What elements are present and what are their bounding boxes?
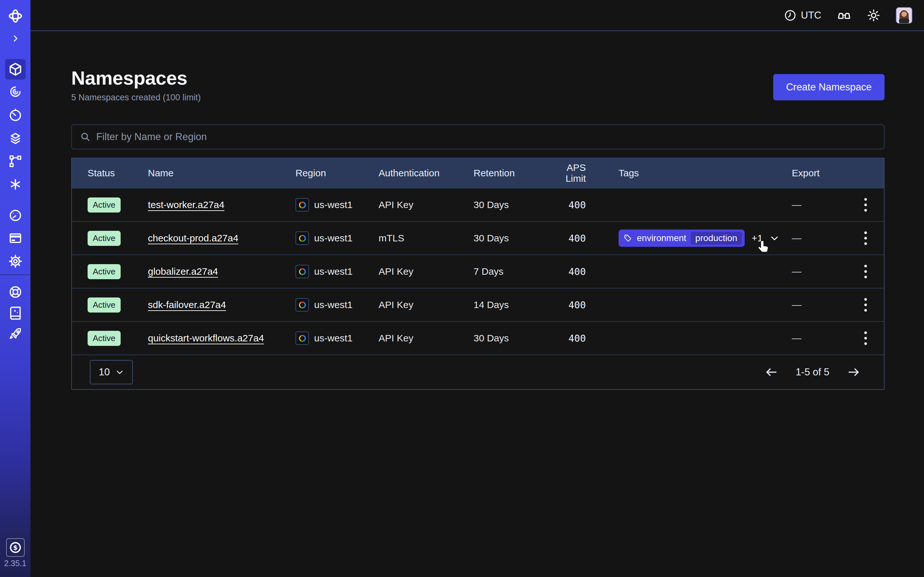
asterisk-icon bbox=[8, 177, 23, 191]
table-row: Active quickstart-workflows.a27a4 us-wes… bbox=[72, 321, 884, 355]
chevron-right-icon bbox=[11, 34, 20, 43]
export-cell: — bbox=[792, 233, 855, 243]
branch-icon bbox=[8, 154, 23, 168]
rocket-icon bbox=[8, 327, 23, 342]
sidebar-item-workflows[interactable] bbox=[5, 81, 26, 102]
retention-cell: 7 Days bbox=[473, 266, 548, 277]
export-cell: — bbox=[792, 333, 855, 343]
column-header-status: Status bbox=[87, 168, 148, 179]
status-badge: Active bbox=[87, 264, 121, 279]
sidebar-item-deployments[interactable] bbox=[5, 128, 26, 149]
tags-expand-chevron-icon[interactable] bbox=[770, 234, 779, 243]
namespace-link[interactable]: globalizer.a27a4 bbox=[148, 266, 218, 277]
gauge-icon bbox=[8, 208, 23, 222]
sidebar-item-support[interactable] bbox=[5, 282, 26, 302]
temporal-logo-icon bbox=[7, 8, 24, 24]
region-cell: us-west1 bbox=[296, 332, 379, 345]
name-cell: globalizer.a27a4 bbox=[148, 266, 296, 277]
namespace-link[interactable]: quickstart-workflows.a27a4 bbox=[148, 333, 264, 343]
sidebar-item-billing[interactable] bbox=[5, 228, 26, 248]
filter-input[interactable] bbox=[96, 131, 876, 143]
sidebar-item-settings[interactable] bbox=[5, 251, 26, 271]
tag-pill[interactable]: environment production bbox=[619, 229, 745, 247]
page-size-select[interactable]: 10 bbox=[90, 360, 133, 384]
svg-text:$: $ bbox=[13, 544, 18, 551]
aps-limit-cell: 400 bbox=[548, 266, 619, 277]
row-menu-button[interactable] bbox=[857, 327, 874, 350]
namespace-link[interactable]: checkout-prod.a27a4 bbox=[148, 233, 238, 243]
sidebar-item-docs[interactable] bbox=[5, 303, 26, 324]
clock-icon bbox=[784, 9, 796, 21]
tags-cell: environment production +1 bbox=[619, 229, 792, 247]
status-badge: Active bbox=[87, 298, 121, 313]
region-cell: us-west1 bbox=[296, 265, 379, 278]
sidebar-item-usage[interactable] bbox=[5, 205, 26, 226]
table-row: Active globalizer.a27a4 us-west1 API Key… bbox=[72, 255, 884, 288]
prev-page-button[interactable] bbox=[764, 365, 779, 379]
column-header-retention: Retention bbox=[473, 168, 548, 179]
arrow-right-icon bbox=[846, 365, 861, 379]
timezone-label: UTC bbox=[801, 10, 821, 21]
google-cloud-icon bbox=[296, 298, 309, 311]
user-avatar[interactable] bbox=[896, 7, 913, 24]
tag-key: environment bbox=[637, 233, 686, 243]
labs-toggle-button[interactable] bbox=[837, 8, 851, 23]
timezone-selector[interactable]: UTC bbox=[784, 9, 821, 21]
gear-icon bbox=[8, 254, 23, 268]
sidebar-divider bbox=[0, 274, 31, 275]
row-menu-button[interactable] bbox=[857, 227, 874, 250]
plan-pricing-button[interactable]: $ bbox=[6, 538, 25, 557]
lifebuoy-icon bbox=[8, 285, 23, 299]
export-cell: — bbox=[792, 266, 855, 277]
temporal-logo[interactable] bbox=[5, 7, 26, 25]
sidebar-item-schedules[interactable] bbox=[5, 105, 26, 126]
namespaces-table: Status Name Region Authentication Retent… bbox=[71, 158, 885, 390]
export-cell: — bbox=[792, 199, 855, 210]
create-namespace-button[interactable]: Create Namespace bbox=[773, 74, 885, 100]
aps-limit-cell: 400 bbox=[548, 233, 619, 244]
sidebar-item-batch-operations[interactable] bbox=[5, 151, 26, 171]
browser-card-icon bbox=[8, 231, 23, 245]
page-size-value: 10 bbox=[99, 366, 110, 378]
radar-spiral-icon bbox=[8, 85, 23, 99]
name-cell: checkout-prod.a27a4 bbox=[148, 233, 296, 243]
main-content: Namespaces 5 Namespaces created (100 lim… bbox=[71, 31, 885, 390]
google-cloud-icon bbox=[296, 231, 309, 245]
next-page-button[interactable] bbox=[846, 365, 861, 379]
namespace-link[interactable]: sdk-failover.a27a4 bbox=[148, 300, 226, 310]
region-label: us-west1 bbox=[314, 199, 352, 210]
namespace-link[interactable]: test-worker.a27a4 bbox=[148, 199, 224, 210]
theme-toggle-button[interactable] bbox=[867, 9, 880, 22]
row-menu-button[interactable] bbox=[857, 293, 874, 316]
actions-cell bbox=[855, 260, 884, 283]
pagination-range: 1-5 of 5 bbox=[796, 366, 829, 378]
filter-box bbox=[71, 124, 885, 149]
sidebar-item-getting-started[interactable] bbox=[5, 324, 26, 345]
sidebar-item-namespaces[interactable] bbox=[5, 59, 26, 79]
row-menu-button[interactable] bbox=[857, 260, 874, 283]
table-header-row: Status Name Region Authentication Retent… bbox=[72, 158, 884, 188]
sidebar-expand-button[interactable] bbox=[5, 29, 26, 47]
column-header-aps-limit: APS Limit bbox=[548, 162, 619, 184]
region-cell: us-west1 bbox=[296, 298, 379, 311]
layers-icon bbox=[8, 131, 23, 145]
sidebar-item-nexus[interactable] bbox=[5, 174, 26, 195]
row-menu-button[interactable] bbox=[857, 193, 874, 216]
name-cell: quickstart-workflows.a27a4 bbox=[148, 333, 296, 343]
authentication-cell: API Key bbox=[379, 333, 473, 343]
region-label: us-west1 bbox=[314, 266, 352, 277]
aps-limit-cell: 400 bbox=[548, 199, 619, 211]
table-row: Active checkout-prod.a27a4 us-west1 mTLS… bbox=[72, 221, 884, 255]
sidebar: $ 2.35.1 bbox=[0, 0, 31, 577]
book-sparkles-icon bbox=[8, 306, 23, 320]
tag-more-count[interactable]: +1 bbox=[752, 233, 762, 243]
google-cloud-icon bbox=[296, 332, 309, 345]
region-label: us-west1 bbox=[314, 233, 352, 243]
chevron-down-icon bbox=[115, 368, 124, 376]
arrow-left-icon bbox=[764, 365, 779, 379]
status-cell: Active bbox=[87, 264, 148, 279]
name-cell: sdk-failover.a27a4 bbox=[148, 300, 296, 310]
glasses-icon bbox=[837, 8, 851, 23]
dollar-seal-icon: $ bbox=[9, 541, 22, 554]
aps-limit-cell: 400 bbox=[548, 333, 619, 344]
